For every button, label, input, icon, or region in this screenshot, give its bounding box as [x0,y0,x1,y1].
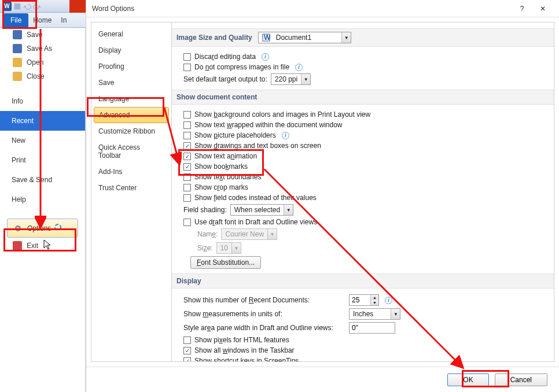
do-not-compress-option[interactable]: Do not compress images in file [178,62,543,72]
style-area-width-input[interactable] [349,322,395,334]
qat-undo-icon[interactable] [23,2,31,10]
show-field-codes-option[interactable]: Show field codes instead of their values [178,193,543,203]
backstage-save[interactable]: Save [0,28,85,42]
use-draft-font-option[interactable]: Use draft font in Draft and Outline view… [178,217,543,227]
section-image-size-quality: Image Size and Quality WDocument1 ▼ [172,28,554,47]
show-text-wrapped-option[interactable]: Show text wrapped within the document wi… [178,120,543,130]
save-as-icon [13,44,22,53]
open-icon [13,58,22,67]
save-icon [13,30,22,39]
draft-font-size-combo: 10▼ [216,242,241,254]
nav-trust-center[interactable]: Trust Center [91,180,171,196]
dialog-help-button[interactable]: ? [512,0,532,17]
show-crop-marks-option[interactable]: Show crop marks [178,182,543,193]
qat-redo-icon[interactable] [33,2,41,10]
draft-font-name-row: Name: Courier New▼ [178,227,543,241]
nav-quick-access-toolbar[interactable]: Quick Access Toolbar [91,139,171,164]
mouse-cursor-icon [43,239,53,251]
backstage-options[interactable]: Options [7,219,78,238]
recent-documents-spinner[interactable]: ▲▼ [349,294,379,306]
dialog-titlebar: Word Options ? ✕ [86,0,559,17]
font-substitution-button[interactable]: Font Substitution... [190,256,261,269]
show-shortcut-keys-option[interactable]: Show shortcut keys in ScreenTips [178,356,543,361]
show-pixels-html-option[interactable]: Show pixels for HTML features [178,335,543,345]
ppi-combo[interactable]: 220 ppi▼ [271,73,311,85]
file-tab[interactable]: File [3,13,28,27]
show-text-animation-option[interactable]: Show text animation [178,151,543,161]
show-bg-colors-option[interactable]: Show background colors and images in Pri… [178,109,543,120]
backstage-close[interactable]: Close [0,69,85,83]
image-quality-document-combo[interactable]: WDocument1 ▼ [258,32,351,43]
backstage-info[interactable]: Info [0,91,85,111]
nav-advanced[interactable]: Advanced [94,107,169,123]
chevron-down-icon: ▼ [341,32,351,43]
nav-customize-ribbon[interactable]: Customize Ribbon [91,123,171,139]
word-doc-icon: W [262,34,270,42]
backstage-help[interactable]: Help [0,190,85,209]
exit-icon [13,241,22,250]
backstage-recent[interactable]: Recent [0,111,85,131]
dialog-footer: OK Cancel [86,367,559,392]
home-tab[interactable]: Home [28,13,56,27]
nav-save[interactable]: Save [91,75,171,91]
cancel-button[interactable]: Cancel [495,373,547,386]
spin-up-icon[interactable]: ▲ [370,295,378,300]
backstage-nav: Save Save As Open Close Info Recent New … [0,28,86,392]
draft-font-size-row: Size: 10▼ [178,241,543,255]
nav-general[interactable]: General [91,26,171,42]
options-category-list: General Display Proofing Save Language A… [91,22,172,362]
chevron-down-icon: ▼ [284,205,293,215]
chevron-down-icon: ▼ [301,74,310,84]
backstage-save-as[interactable]: Save As [0,42,85,56]
svg-text:W: W [264,34,270,42]
show-drawings-option[interactable]: Show drawings and text boxes on screen [178,140,543,151]
section-show-document-content: Show document content [172,90,554,105]
spin-down-icon[interactable]: ▼ [370,300,378,305]
svg-point-2 [17,227,19,230]
cursor-busy-icon [53,223,62,234]
nav-display[interactable]: Display [91,42,171,58]
info-icon[interactable] [295,64,303,71]
recent-documents-row: Show this number of Recent Documents: ▲▼ [178,293,543,307]
dialog-close-button[interactable]: ✕ [532,0,553,17]
show-picture-placeholders-option[interactable]: Show picture placeholders [178,130,543,140]
info-icon[interactable] [282,132,289,139]
info-icon[interactable] [385,297,392,304]
options-content-panel: Image Size and Quality WDocument1 ▼ Disc… [172,22,554,362]
backstage-new[interactable]: New [0,131,85,150]
ribbon-cutoff [69,0,86,13]
nav-language[interactable]: Language [91,91,171,107]
backstage-open[interactable]: Open [0,56,85,69]
backstage-print[interactable]: Print [0,150,85,170]
dialog-title: Word Options [92,5,134,13]
measurement-units-combo[interactable]: Inches▼ [349,308,400,320]
svg-point-3 [55,224,61,230]
insert-tab-partial[interactable]: In [56,13,71,27]
close-folder-icon [13,72,22,81]
qat-save-icon[interactable] [13,2,21,10]
show-bookmarks-option[interactable]: Show bookmarks [178,161,543,172]
ok-button[interactable]: OK [447,373,488,386]
info-icon[interactable] [262,53,269,61]
nav-proofing[interactable]: Proofing [91,58,171,75]
options-gear-icon [13,224,23,233]
show-all-windows-taskbar-option[interactable]: Show all windows in the Taskbar [178,345,543,356]
chevron-down-icon: ▼ [231,243,241,253]
chevron-down-icon: ▼ [391,309,400,319]
field-shading-row: Field shading: When selected▼ [178,203,543,217]
style-area-width-row: Style area pane width in Draft and Outli… [178,321,543,335]
word-app-icon: W [2,2,12,11]
options-scroll-area[interactable]: Image Size and Quality WDocument1 ▼ Disc… [172,23,554,361]
word-options-dialog: Word Options ? ✕ General Display Proofin… [86,0,559,392]
discard-editing-data-option[interactable]: Discard editing data [178,51,543,62]
show-text-boundaries-option[interactable]: Show text boundaries [178,172,543,182]
backstage-exit[interactable]: Exit [0,239,85,253]
field-shading-combo[interactable]: When selected▼ [230,204,293,216]
chevron-down-icon: ▼ [267,229,277,239]
nav-add-ins[interactable]: Add-Ins [91,164,171,180]
draft-font-name-combo: Courier New▼ [221,228,277,240]
measurements-units-row: Show measurements in units of: Inches▼ [178,307,543,321]
backstage-save-send[interactable]: Save & Send [0,170,85,190]
section-display: Display [172,273,554,289]
default-target-output-row: Set default target output to: 220 ppi▼ [178,72,543,86]
